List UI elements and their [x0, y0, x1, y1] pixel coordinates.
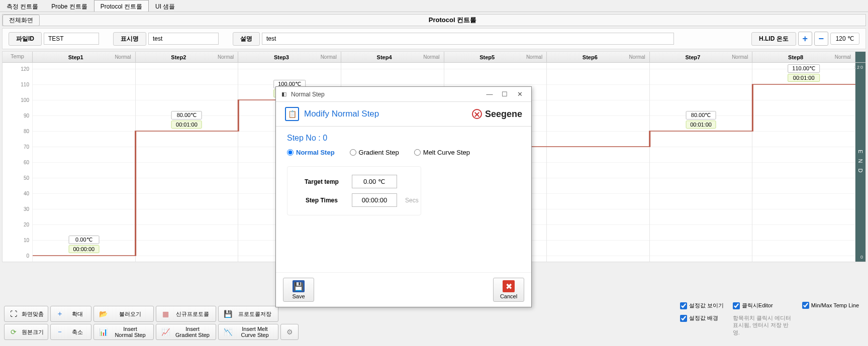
folder-open-icon: 📂: [98, 309, 108, 319]
step-header-7[interactable]: Step7Normal: [650, 52, 753, 62]
fit-screen-button[interactable]: ⛶화면맞춤: [4, 306, 48, 322]
click-editor-checkbox[interactable]: 클릭시Editor: [733, 302, 793, 309]
plot-column-1[interactable]: 0.00℃00:00:00: [33, 63, 136, 262]
plot-column-8[interactable]: 110.00℃00:01:00: [752, 63, 855, 262]
hlid-minus-button[interactable]: −: [814, 32, 828, 46]
save-icon: 💾: [293, 280, 305, 292]
save-icon: 💾: [223, 309, 233, 319]
grid-icon: ▦: [160, 309, 170, 319]
bottom-toolbar: ⛶화면맞춤 ＋확대 📂불러오기 ▦신규프로토콜 💾프로토콜저장 ⟳원본크기 －축…: [4, 306, 864, 342]
end-header: [855, 52, 865, 62]
gear-icon: ⚙: [285, 327, 294, 337]
step-header-3[interactable]: Step3Normal: [238, 52, 341, 62]
y-tick: 100: [21, 97, 29, 103]
target-temp-label: Target temp: [297, 175, 347, 188]
temp-value: 110.00℃: [788, 64, 820, 73]
y-tick: 60: [24, 160, 29, 165]
step-value-tag[interactable]: 80.00℃00:01:00: [686, 111, 716, 129]
time-value: 00:00:00: [68, 245, 99, 253]
gradient-icon: 📈: [160, 327, 170, 337]
y-tick: 20: [24, 222, 29, 227]
plus-icon: ＋: [55, 309, 65, 319]
y-tick: 80: [24, 129, 29, 134]
file-id-input[interactable]: [44, 33, 99, 45]
save-protocol-button[interactable]: 💾프로토콜저장: [218, 306, 278, 322]
step-value-tag[interactable]: 80.00℃00:01:00: [171, 111, 202, 129]
display-name-input[interactable]: [148, 33, 219, 45]
temp-value: 80.00℃: [171, 111, 202, 120]
hlid-temp-value: 120 ℃: [830, 33, 859, 45]
title-row: 전체화면 Protocol 컨트롤: [2, 14, 866, 26]
load-button[interactable]: 📂불러오기: [93, 306, 154, 322]
fullscreen-button[interactable]: 전체화면: [3, 15, 40, 26]
minimize-button[interactable]: ―: [482, 89, 497, 100]
top-tab-bar: 측정 컨트롤 Probe 컨트롤 Protocol 컨트롤 UI 샘플: [0, 0, 868, 12]
clipboard-icon: 📋: [285, 107, 299, 121]
y-tick: 50: [24, 175, 29, 181]
step-header-5[interactable]: Step5Normal: [444, 52, 547, 62]
hlid-temp-label: H.LID 온도: [751, 32, 796, 46]
y-tick: 10: [24, 238, 29, 243]
help-note: 항목위치 클릭시 에디터 표시됨, 엔터시 저장 반영.: [733, 314, 793, 336]
cancel-button[interactable]: ✖ Cancel: [493, 278, 524, 302]
step-no-label: Step No : 0: [287, 134, 520, 143]
settings-button[interactable]: ⚙: [280, 324, 299, 340]
tab-probe[interactable]: Probe 컨트롤: [45, 0, 93, 12]
insert-melt-curve-step-button[interactable]: 📉Insert Melt Curve Step: [218, 324, 278, 340]
seegene-icon: [472, 109, 482, 119]
y-tick: 40: [24, 191, 29, 196]
show-values-checkbox[interactable]: 설정값 보이기: [680, 302, 724, 309]
normal-step-dialog: ◧ Normal Step ― ☐ ✕ 📋 Modify Normal Step…: [275, 86, 532, 307]
plot-column-6[interactable]: [547, 63, 650, 262]
step-header-2[interactable]: Step2Normal: [136, 52, 239, 62]
step-type-radios: Normal Step Gradient Step Melt Curve Ste…: [287, 149, 520, 156]
tab-measure[interactable]: 측정 컨트롤: [0, 0, 45, 12]
tab-ui-sample[interactable]: UI 샘플: [149, 0, 181, 12]
zoom-out-button[interactable]: －축소: [50, 324, 91, 340]
minmax-line-checkbox[interactable]: Min/Max Temp Line: [802, 302, 859, 309]
target-temp-input[interactable]: [352, 175, 397, 188]
original-size-button[interactable]: ⟳원본크기: [4, 324, 48, 340]
y-tick: 30: [24, 206, 29, 212]
brand-logo: Seegene: [472, 109, 522, 120]
step-header-6[interactable]: Step6Normal: [547, 52, 650, 62]
y-axis: 0102030405060708090100110120: [3, 63, 33, 262]
radio-melt-curve-step[interactable]: Melt Curve Step: [414, 149, 470, 156]
reset-icon: ⟳: [9, 327, 19, 337]
step-header-4[interactable]: Step4Normal: [341, 52, 444, 62]
step-header-8[interactable]: Step8Normal: [752, 52, 855, 62]
bg-checkbox[interactable]: 설정값 배경: [680, 314, 724, 322]
display-options: 설정값 보이기 설정값 배경 클릭시Editor 항목위치 클릭시 에디터 표시…: [680, 302, 859, 336]
radio-gradient-step[interactable]: Gradient Step: [350, 149, 399, 156]
insert-normal-step-button[interactable]: 📊Insert Normal Step: [93, 324, 154, 340]
description-input[interactable]: [262, 33, 674, 45]
insert-gradient-step-button[interactable]: 📈Insert Gradient Step: [156, 324, 216, 340]
close-button[interactable]: ✕: [512, 89, 527, 100]
step-header-row: Temp Step1Normal Step2Normal Step3Normal…: [3, 52, 865, 63]
step-value-tag[interactable]: 0.00℃00:00:00: [68, 236, 99, 253]
hlid-plus-button[interactable]: +: [798, 32, 812, 46]
page-title: Protocol 컨트롤: [40, 16, 865, 25]
dialog-window-title: Normal Step: [291, 91, 325, 98]
maximize-button[interactable]: ☐: [497, 89, 512, 100]
step-value-tag[interactable]: 110.00℃00:01:00: [788, 64, 820, 82]
temp-value: 0.00℃: [68, 236, 99, 244]
save-button[interactable]: 💾 Save: [283, 278, 314, 302]
plot-column-2[interactable]: 80.00℃00:01:00: [136, 63, 239, 262]
step-header-1[interactable]: Step1Normal: [33, 52, 136, 62]
fit-icon: ⛶: [9, 309, 19, 319]
tab-protocol[interactable]: Protocol 컨트롤: [94, 0, 149, 12]
end-column: 120 E N D 0: [855, 63, 865, 262]
file-id-label: 파일ID: [9, 32, 42, 46]
plot-column-7[interactable]: 80.00℃00:01:00: [650, 63, 753, 262]
time-value: 00:01:00: [171, 121, 202, 129]
dialog-title: Modify Normal Step: [304, 109, 379, 119]
time-value: 00:01:00: [686, 121, 716, 129]
zoom-in-button[interactable]: ＋확대: [50, 306, 91, 322]
step-times-input[interactable]: [352, 193, 397, 207]
cancel-icon: ✖: [503, 280, 515, 292]
radio-normal-step[interactable]: Normal Step: [287, 149, 335, 156]
new-protocol-button[interactable]: ▦신규프로토콜: [156, 306, 216, 322]
dialog-app-icon: ◧: [280, 90, 288, 98]
dialog-titlebar[interactable]: ◧ Normal Step ― ☐ ✕: [276, 87, 531, 102]
